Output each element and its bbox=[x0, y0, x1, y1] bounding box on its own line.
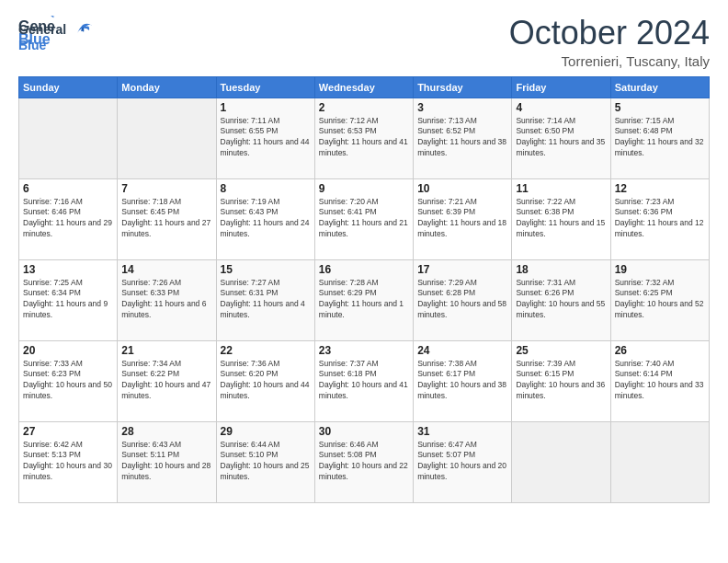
calendar-cell bbox=[512, 421, 610, 502]
calendar-cell: 27Sunrise: 6:42 AM Sunset: 5:13 PM Dayli… bbox=[19, 421, 118, 502]
cell-content: Sunrise: 7:31 AM Sunset: 6:26 PM Dayligh… bbox=[516, 278, 606, 322]
cell-content: Sunrise: 6:46 AM Sunset: 5:08 PM Dayligh… bbox=[319, 440, 409, 484]
day-number: 29 bbox=[221, 425, 311, 438]
cell-content: Sunrise: 7:36 AM Sunset: 6:20 PM Dayligh… bbox=[221, 359, 311, 403]
calendar-cell bbox=[118, 98, 216, 178]
cell-content: Sunrise: 7:20 AM Sunset: 6:41 PM Dayligh… bbox=[319, 197, 409, 241]
calendar-cell: 14Sunrise: 7:26 AM Sunset: 6:33 PM Dayli… bbox=[118, 259, 216, 340]
cell-content: Sunrise: 7:14 AM Sunset: 6:50 PM Dayligh… bbox=[516, 116, 606, 160]
cell-content: Sunrise: 7:19 AM Sunset: 6:43 PM Dayligh… bbox=[221, 197, 311, 241]
day-number: 13 bbox=[23, 263, 113, 276]
day-number: 25 bbox=[516, 344, 606, 357]
day-number: 24 bbox=[417, 344, 507, 357]
day-header-sunday: Sunday bbox=[19, 76, 118, 98]
cell-content: Sunrise: 7:39 AM Sunset: 6:15 PM Dayligh… bbox=[516, 359, 606, 403]
calendar-cell: 17Sunrise: 7:29 AM Sunset: 6:28 PM Dayli… bbox=[414, 259, 512, 340]
day-number: 12 bbox=[615, 182, 705, 195]
day-number: 21 bbox=[121, 344, 211, 357]
cell-content: Sunrise: 7:18 AM Sunset: 6:45 PM Dayligh… bbox=[121, 197, 211, 241]
month-title: October 2024 bbox=[509, 15, 710, 52]
cell-content: Sunrise: 7:15 AM Sunset: 6:48 PM Dayligh… bbox=[615, 116, 705, 160]
calendar-cell: 23Sunrise: 7:37 AM Sunset: 6:18 PM Dayli… bbox=[314, 340, 413, 421]
page: General Blue General Blue October 2024 T… bbox=[0, 0, 728, 563]
logo-blue: Blue bbox=[18, 38, 66, 53]
day-number: 10 bbox=[417, 182, 507, 195]
week-row-1: 1Sunrise: 7:11 AM Sunset: 6:55 PM Daylig… bbox=[19, 98, 710, 178]
calendar-cell: 20Sunrise: 7:33 AM Sunset: 6:23 PM Dayli… bbox=[19, 340, 118, 421]
cell-content: Sunrise: 7:21 AM Sunset: 6:39 PM Dayligh… bbox=[417, 197, 507, 241]
calendar-cell: 9Sunrise: 7:20 AM Sunset: 6:41 PM Daylig… bbox=[314, 178, 413, 259]
day-number: 6 bbox=[23, 182, 113, 195]
cell-content: Sunrise: 7:26 AM Sunset: 6:33 PM Dayligh… bbox=[121, 278, 211, 322]
cell-content: Sunrise: 7:28 AM Sunset: 6:29 PM Dayligh… bbox=[319, 278, 409, 322]
day-header-tuesday: Tuesday bbox=[216, 76, 314, 98]
cell-content: Sunrise: 6:43 AM Sunset: 5:11 PM Dayligh… bbox=[121, 440, 211, 484]
calendar-cell: 7Sunrise: 7:18 AM Sunset: 6:45 PM Daylig… bbox=[118, 178, 216, 259]
calendar-cell: 8Sunrise: 7:19 AM Sunset: 6:43 PM Daylig… bbox=[216, 178, 314, 259]
calendar-table: SundayMondayTuesdayWednesdayThursdayFrid… bbox=[18, 76, 710, 503]
calendar-cell: 31Sunrise: 6:47 AM Sunset: 5:07 PM Dayli… bbox=[414, 421, 512, 502]
day-number: 14 bbox=[121, 263, 211, 276]
cell-content: Sunrise: 7:12 AM Sunset: 6:53 PM Dayligh… bbox=[319, 116, 409, 160]
calendar-cell: 28Sunrise: 6:43 AM Sunset: 5:11 PM Dayli… bbox=[118, 421, 216, 502]
day-number: 5 bbox=[615, 101, 705, 114]
cell-content: Sunrise: 7:16 AM Sunset: 6:46 PM Dayligh… bbox=[23, 197, 113, 241]
day-header-thursday: Thursday bbox=[414, 76, 512, 98]
calendar-cell bbox=[610, 421, 709, 502]
day-number: 31 bbox=[417, 425, 507, 438]
day-header-saturday: Saturday bbox=[610, 76, 709, 98]
cell-content: Sunrise: 7:34 AM Sunset: 6:22 PM Dayligh… bbox=[121, 359, 211, 403]
calendar-cell: 11Sunrise: 7:22 AM Sunset: 6:38 PM Dayli… bbox=[512, 178, 610, 259]
cell-content: Sunrise: 7:11 AM Sunset: 6:55 PM Dayligh… bbox=[221, 116, 311, 160]
week-row-2: 6Sunrise: 7:16 AM Sunset: 6:46 PM Daylig… bbox=[19, 178, 710, 259]
day-number: 3 bbox=[417, 101, 507, 114]
day-number: 27 bbox=[23, 425, 113, 438]
day-number: 23 bbox=[319, 344, 409, 357]
cell-content: Sunrise: 6:42 AM Sunset: 5:13 PM Dayligh… bbox=[23, 440, 113, 484]
calendar-cell: 18Sunrise: 7:31 AM Sunset: 6:26 PM Dayli… bbox=[512, 259, 610, 340]
day-number: 11 bbox=[516, 182, 606, 195]
cell-content: Sunrise: 7:38 AM Sunset: 6:17 PM Dayligh… bbox=[417, 359, 507, 403]
calendar-cell: 16Sunrise: 7:28 AM Sunset: 6:29 PM Dayli… bbox=[314, 259, 413, 340]
logo: General Blue General Blue bbox=[18, 15, 96, 53]
cell-content: Sunrise: 7:27 AM Sunset: 6:31 PM Dayligh… bbox=[221, 278, 311, 322]
calendar-cell: 3Sunrise: 7:13 AM Sunset: 6:52 PM Daylig… bbox=[414, 98, 512, 178]
calendar-cell: 30Sunrise: 6:46 AM Sunset: 5:08 PM Dayli… bbox=[314, 421, 413, 502]
day-header-friday: Friday bbox=[512, 76, 610, 98]
day-number: 20 bbox=[23, 344, 113, 357]
day-number: 7 bbox=[121, 182, 211, 195]
day-number: 16 bbox=[319, 263, 409, 276]
day-number: 4 bbox=[516, 101, 606, 114]
calendar-cell bbox=[19, 98, 118, 178]
calendar-cell: 5Sunrise: 7:15 AM Sunset: 6:48 PM Daylig… bbox=[610, 98, 709, 178]
logo-bird-icon bbox=[70, 21, 96, 47]
week-row-3: 13Sunrise: 7:25 AM Sunset: 6:34 PM Dayli… bbox=[19, 259, 710, 340]
header: General Blue General Blue October 2024 T… bbox=[18, 15, 710, 69]
location: Torrenieri, Tuscany, Italy bbox=[509, 53, 710, 69]
day-number: 28 bbox=[121, 425, 211, 438]
calendar-cell: 10Sunrise: 7:21 AM Sunset: 6:39 PM Dayli… bbox=[414, 178, 512, 259]
calendar-cell: 29Sunrise: 6:44 AM Sunset: 5:10 PM Dayli… bbox=[216, 421, 314, 502]
logo-general: General bbox=[18, 22, 66, 38]
calendar-cell: 2Sunrise: 7:12 AM Sunset: 6:53 PM Daylig… bbox=[314, 98, 413, 178]
cell-content: Sunrise: 7:13 AM Sunset: 6:52 PM Dayligh… bbox=[417, 116, 507, 160]
cell-content: Sunrise: 7:25 AM Sunset: 6:34 PM Dayligh… bbox=[23, 278, 113, 322]
day-number: 19 bbox=[615, 263, 705, 276]
calendar-cell: 6Sunrise: 7:16 AM Sunset: 6:46 PM Daylig… bbox=[19, 178, 118, 259]
cell-content: Sunrise: 7:23 AM Sunset: 6:36 PM Dayligh… bbox=[615, 197, 705, 241]
calendar-cell: 22Sunrise: 7:36 AM Sunset: 6:20 PM Dayli… bbox=[216, 340, 314, 421]
cell-content: Sunrise: 6:44 AM Sunset: 5:10 PM Dayligh… bbox=[221, 440, 311, 484]
calendar-cell: 26Sunrise: 7:40 AM Sunset: 6:14 PM Dayli… bbox=[610, 340, 709, 421]
title-area: October 2024 Torrenieri, Tuscany, Italy bbox=[509, 15, 710, 69]
cell-content: Sunrise: 7:37 AM Sunset: 6:18 PM Dayligh… bbox=[319, 359, 409, 403]
cell-content: Sunrise: 7:29 AM Sunset: 6:28 PM Dayligh… bbox=[417, 278, 507, 322]
day-number: 2 bbox=[319, 101, 409, 114]
cell-content: Sunrise: 7:33 AM Sunset: 6:23 PM Dayligh… bbox=[23, 359, 113, 403]
day-number: 26 bbox=[615, 344, 705, 357]
calendar-cell: 19Sunrise: 7:32 AM Sunset: 6:25 PM Dayli… bbox=[610, 259, 709, 340]
calendar-cell: 13Sunrise: 7:25 AM Sunset: 6:34 PM Dayli… bbox=[19, 259, 118, 340]
day-number: 15 bbox=[221, 263, 311, 276]
calendar-cell: 12Sunrise: 7:23 AM Sunset: 6:36 PM Dayli… bbox=[610, 178, 709, 259]
calendar-cell: 1Sunrise: 7:11 AM Sunset: 6:55 PM Daylig… bbox=[216, 98, 314, 178]
cell-content: Sunrise: 7:32 AM Sunset: 6:25 PM Dayligh… bbox=[615, 278, 705, 322]
